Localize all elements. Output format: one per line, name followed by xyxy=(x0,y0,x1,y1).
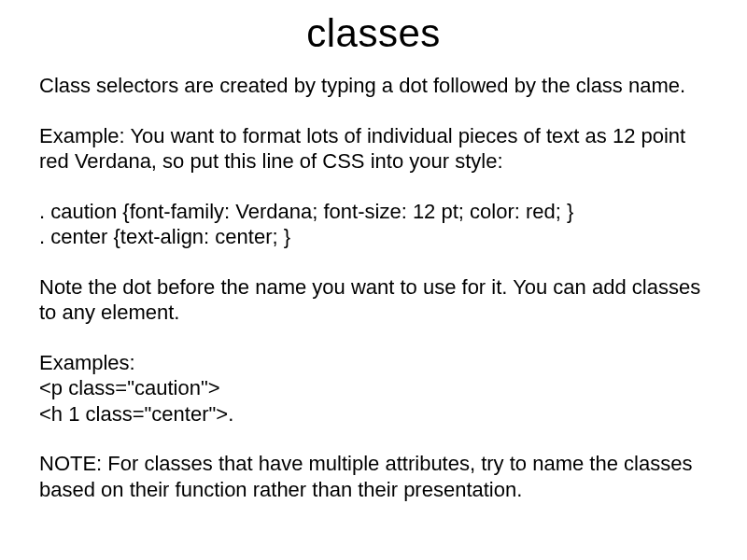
paragraph-note-dot: Note the dot before the name you want to… xyxy=(39,274,708,326)
slide-body: Class selectors are created by typing a … xyxy=(39,73,708,502)
css-line-center: . center {text-align: center; } xyxy=(39,224,708,250)
paragraph-example-intro: Example: You want to format lots of indi… xyxy=(39,123,708,175)
paragraph-html-examples: Examples: <p class="caution"> <h 1 class… xyxy=(39,350,708,427)
css-line-caution: . caution {font-family: Verdana; font-si… xyxy=(39,199,708,225)
paragraph-intro: Class selectors are created by typing a … xyxy=(39,73,708,99)
slide-title: classes xyxy=(39,11,708,56)
example-h1-tag: <h 1 class="center">. xyxy=(39,401,708,427)
examples-label: Examples: xyxy=(39,350,708,376)
paragraph-naming-note: NOTE: For classes that have multiple att… xyxy=(39,451,708,502)
example-p-tag: <p class="caution"> xyxy=(39,375,708,401)
slide: classes Class selectors are created by t… xyxy=(0,0,747,560)
paragraph-css-code: . caution {font-family: Verdana; font-si… xyxy=(39,199,708,250)
